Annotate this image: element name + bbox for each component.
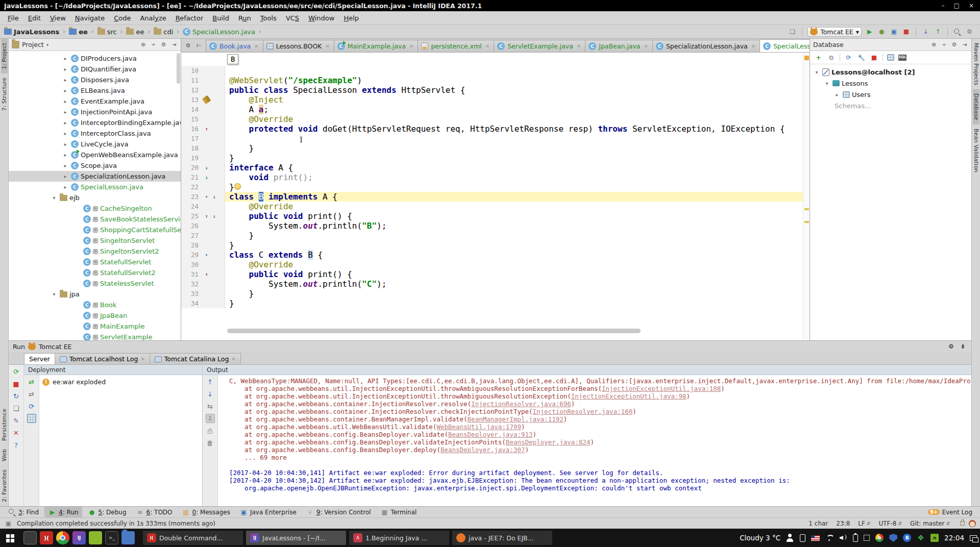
menu-navigate[interactable]: Navigate	[70, 13, 109, 23]
task-button-javalessons-i-[interactable]: IJJavaLessons - [~/I...	[246, 531, 346, 545]
tree-item-Disposers-java[interactable]: ▸CDisposers.java	[9, 74, 181, 85]
status-utf-8[interactable]: UTF-8⇵	[874, 520, 906, 527]
override-gutter-icon[interactable]: ↑	[203, 126, 210, 132]
tree-item-OpenWebBeansExample-java[interactable]: ▸COpenWebBeansExample.java	[9, 150, 181, 160]
idea-launcher-icon[interactable]: IJ	[72, 531, 86, 544]
stacktrace-link[interactable]: BeansDeployer.java:824	[506, 438, 591, 446]
person-icon[interactable]	[786, 534, 794, 542]
toolwindow-button-4-run[interactable]: ▶4: Run	[44, 507, 82, 517]
hide-panel-icon[interactable]: ⇥	[961, 41, 968, 48]
close-tab-icon[interactable]: ✕	[751, 43, 755, 49]
override-gutter-icon[interactable]: ↑	[203, 271, 210, 278]
status-git-master[interactable]: Git: master⇵	[906, 520, 954, 527]
undeploy-icon[interactable]: ⇄	[27, 389, 36, 399]
status-23-8[interactable]: 23:8	[832, 520, 854, 527]
battery-icon[interactable]	[853, 534, 858, 542]
expand-arrow-icon[interactable]: ▸	[62, 141, 69, 147]
expand-arrow-icon[interactable]: ▸	[62, 66, 69, 72]
folder-launcher-icon[interactable]	[121, 531, 135, 544]
override-gutter-icon[interactable]: ↑	[203, 213, 210, 219]
breadcrumb-SpecialLesson.java[interactable]: CSpecialLesson.java	[182, 28, 256, 36]
gear-icon[interactable]: ⚙	[950, 41, 958, 48]
event-log-button[interactable]: 9+Event Log	[924, 508, 976, 517]
hide-panel-icon[interactable]: ⇥	[170, 41, 178, 48]
dropbox-icon[interactable]: ❖	[917, 534, 925, 542]
expand-arrow-icon[interactable]: ▸	[62, 173, 69, 179]
weather-widget[interactable]: Cloudy 3 °C	[740, 534, 780, 542]
breadcrumb-JavaLessons[interactable]: JavaLessons	[3, 28, 60, 36]
tree-item-StatelessServlet[interactable]: C⌂StatelessServlet	[9, 278, 181, 289]
tree-item-SingeltonServlet[interactable]: C⌂SingeltonServlet	[9, 235, 181, 246]
deploy-icon[interactable]: ⇄	[27, 377, 36, 386]
tree-item-InjectionPointApi-java[interactable]: ▸CInjectionPointApi.java	[9, 107, 181, 117]
toolwindow-button-0-messages[interactable]: ▤0: Messages	[178, 507, 234, 517]
toolwindow-button-9-version-control[interactable]: ⑂9: Version Control	[302, 507, 375, 517]
menu-build[interactable]: Build	[208, 13, 234, 23]
tool-button-database[interactable]: Database	[973, 89, 979, 125]
collapse-all-icon[interactable]: ÷	[150, 41, 157, 48]
close-tab-icon[interactable]: ✕	[577, 43, 581, 49]
tree-item-DIQuantifier-java[interactable]: ▸CDIQuantifier.java	[9, 64, 181, 74]
gear-icon[interactable]: ⚙	[947, 342, 955, 351]
locate-icon[interactable]: ⊕	[930, 41, 938, 48]
menu-run[interactable]: Run	[234, 13, 256, 23]
run-config-selector[interactable]: Tomcat EE▾	[807, 27, 862, 37]
soft-wrap-icon[interactable]: ⇆	[206, 402, 215, 411]
expand-arrow-icon[interactable]: ▸	[62, 131, 69, 136]
tree-item-EventExample-java[interactable]: ▸CEventExample.java	[9, 96, 181, 107]
redeploy-icon[interactable]: ⟳	[27, 402, 36, 411]
checkbox-icon[interactable]	[864, 535, 870, 541]
tree-item-StatefullServlet[interactable]: C⌂StatefullServlet	[9, 257, 181, 267]
expand-arrow-icon[interactable]: ▸	[62, 98, 69, 104]
sql-console-icon[interactable]: SQL	[898, 55, 906, 61]
deployment-item[interactable]: !ee:war exploded	[42, 378, 199, 386]
close-tab-icon[interactable]: ✕	[325, 43, 329, 49]
db-item-Lessons[interactable]: ▾Lessons	[810, 78, 971, 89]
tree-item-Book[interactable]: C⌂Book	[9, 300, 181, 310]
task-button-java-jee7-do-ejb-[interactable]: java - JEE7: Do EJB...	[452, 531, 552, 545]
stacktrace-link[interactable]: BeanManagerImpl.java:1192	[468, 415, 564, 423]
expand-arrow-icon[interactable]: ▸	[62, 56, 69, 61]
expand-arrow-icon[interactable]: ▸	[62, 88, 69, 93]
bluetooth-icon[interactable]: B	[903, 534, 911, 542]
toolwindow-button-6-todo[interactable]: ≡6: TODO	[132, 507, 176, 517]
tree-item-SpecializationLesson-java[interactable]: ▸CSpecializationLesson.java	[9, 171, 181, 182]
subclass-gutter-icon[interactable]: ▾	[203, 252, 210, 258]
lock-icon[interactable]	[960, 521, 965, 526]
tree-item-ShoppingCartStatefullService[interactable]: C⌂ShoppingCartStatefullService	[9, 225, 181, 235]
close-tab-icon[interactable]: ✕	[140, 356, 144, 362]
stacktrace-link[interactable]: BeansDeployer.java:913	[448, 431, 533, 438]
tree-item-SingeltonServlet2[interactable]: C⌂SingeltonServlet2	[9, 246, 181, 257]
search-everywhere-icon[interactable]	[953, 28, 962, 36]
vcs-update-button[interactable]: ↓	[921, 28, 930, 36]
run-tab-tomcat-catalina-log[interactable]: Tomcat Catalina Log✕	[150, 353, 241, 364]
code-editor[interactable]: B 1011@WebServlet("/specExample")12publi…	[181, 53, 810, 340]
stacktrace-link[interactable]: InjectionExceptionUtil.java:98	[571, 392, 687, 400]
tree-item-SpecialLesson-java[interactable]: ▸CSpecialLesson.java	[9, 182, 181, 192]
start-button[interactable]	[3, 530, 20, 545]
stacktrace-link[interactable]: InjectionResolver.java:696	[471, 400, 571, 408]
caret-mark[interactable]	[804, 208, 809, 210]
run-button[interactable]: ▶	[865, 28, 874, 36]
close-tab-icon[interactable]: ✕	[254, 43, 258, 49]
stacktrace-link[interactable]: InjectionResolver.java:160	[533, 408, 633, 415]
tree-item-CacheSingelton[interactable]: C⌂CacheSingelton	[9, 203, 181, 214]
doublecmd-launcher-icon[interactable]: )(	[40, 531, 53, 544]
close-tab-icon[interactable]: ✕	[409, 43, 413, 49]
stacktrace-link[interactable]: WebBeansUtil.java:1709	[436, 423, 521, 431]
close-tab-icon[interactable]: ✕	[231, 356, 235, 362]
expand-arrow-icon[interactable]: ▸	[62, 109, 69, 115]
editor-tab-ServletExample-java[interactable]: CServletExample.java✕	[494, 40, 585, 52]
expand-arrow-icon[interactable]: ▾	[51, 291, 58, 297]
collapse-all-icon[interactable]: ÷	[940, 41, 948, 48]
status-1-char[interactable]: 1 char	[804, 520, 832, 527]
debug-button[interactable]: ●	[877, 28, 886, 36]
green-app-launcher-icon[interactable]	[89, 531, 102, 544]
gear-icon[interactable]: ⚙	[160, 41, 167, 48]
tree-item-ELBeans-java[interactable]: ▸CELBeans.java	[9, 85, 181, 96]
table-view-icon[interactable]	[887, 54, 894, 61]
terminal-launcher-icon[interactable]: >_	[105, 531, 118, 544]
rename-popup[interactable]: B	[227, 54, 238, 64]
tool-button-maven-projects[interactable]: Maven Projects	[973, 39, 979, 89]
breadcrumb-cdi[interactable]: cdi	[153, 28, 174, 36]
